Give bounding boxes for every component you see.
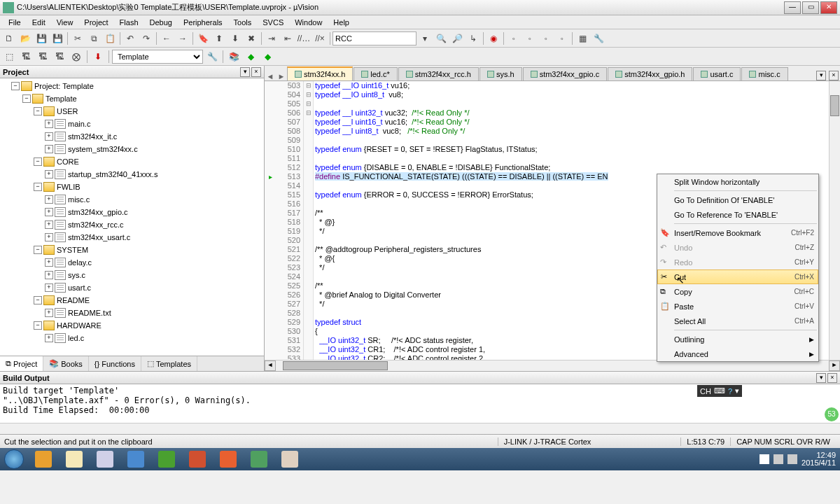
menu-peripherals[interactable]: Peripherals <box>178 17 228 28</box>
group-readme[interactable]: −README <box>0 294 264 307</box>
output-close-icon[interactable]: × <box>827 373 837 383</box>
incremental-find-icon[interactable]: ↳ <box>465 31 481 46</box>
copy-icon[interactable]: ⧉ <box>86 31 102 46</box>
taskbar-app-7[interactable] <box>214 449 243 469</box>
editor-tab[interactable]: misc.c <box>741 67 788 80</box>
config-icon[interactable]: 🔧 <box>591 31 606 46</box>
redo-icon[interactable]: ↷ <box>139 31 154 46</box>
tray-clock[interactable]: 12:49 2015/4/11 <box>802 451 836 467</box>
file-stm32f4xx_rcc-c[interactable]: +stm32f4xx_rcc.c <box>0 218 264 231</box>
editor-tab[interactable]: stm32f4xx_gpio.c <box>523 67 608 80</box>
taskbar-ie[interactable] <box>121 449 150 469</box>
breakpoint-icon[interactable]: ◦ <box>506 31 522 46</box>
panel-close-icon[interactable]: × <box>251 67 261 77</box>
manage-icon[interactable]: 📚 <box>226 49 241 64</box>
scroll-right-icon[interactable]: ► <box>829 360 840 371</box>
editor-tab[interactable]: led.c* <box>354 67 398 80</box>
ctx-split-window-horizontally[interactable]: Split Window horizontally <box>657 174 818 189</box>
group-core[interactable]: −CORE <box>0 155 264 168</box>
scroll-left-icon[interactable]: ◄ <box>265 360 276 371</box>
menu-file[interactable]: File <box>3 17 27 28</box>
panel-tab-templates[interactable]: ⬚Templates <box>141 356 197 371</box>
output-scrollbar[interactable] <box>0 423 840 434</box>
ctx-go-to-definition-of-enable-[interactable]: Go To Definition Of 'ENABLE' <box>657 192 818 207</box>
menu-project[interactable]: Project <box>78 17 113 28</box>
editor-tab[interactable]: sys.h <box>479 67 522 80</box>
window-icon[interactable]: ▦ <box>575 31 590 46</box>
next-bookmark-icon[interactable]: ⬇ <box>227 31 243 46</box>
bookmark-icon[interactable]: 🔖 <box>195 31 211 46</box>
ctx-advanced[interactable]: Advanced▶ <box>657 346 818 361</box>
uncomment-icon[interactable]: //× <box>312 31 328 46</box>
ctx-insert-remove-bookmark[interactable]: 🔖Insert/Remove BookmarkCtrl+F2 <box>657 225 818 240</box>
taskbar-explorer[interactable] <box>59 449 89 469</box>
batch-build-icon[interactable]: 🏗 <box>52 49 67 64</box>
target-options-icon[interactable]: 🔧 <box>204 49 220 64</box>
close-button[interactable]: ✕ <box>820 1 837 14</box>
panel-tab-books[interactable]: 📚Books <box>43 356 89 371</box>
editor-close-all-icon[interactable]: × <box>829 71 839 80</box>
ctx-cut[interactable]: ✂CutCtrl+X <box>657 270 818 284</box>
taskbar-app-5[interactable] <box>152 449 181 469</box>
menu-flash[interactable]: Flash <box>114 17 144 28</box>
ctx-select-all[interactable]: Select AllCtrl+A <box>657 314 818 328</box>
file-README-txt[interactable]: +README.txt <box>0 307 264 319</box>
ime-indicator[interactable]: CH ⌨ ? ▾ <box>697 385 742 397</box>
find-infiles-icon[interactable]: 🔎 <box>449 31 465 46</box>
save-icon[interactable]: 💾 <box>34 31 49 46</box>
maximize-button[interactable]: ▭ <box>802 1 819 14</box>
cut-icon[interactable]: ✂ <box>70 31 85 46</box>
system-tray[interactable]: 12:49 2015/4/11 <box>755 451 840 467</box>
disable-breakpoint-icon[interactable]: ◦ <box>554 31 570 46</box>
new-icon[interactable]: 🗋 <box>1 31 17 46</box>
rebuild-icon[interactable]: 🏗 <box>35 49 50 64</box>
manage-rte-icon[interactable]: ◆ <box>243 49 258 64</box>
taskbar-app-3[interactable] <box>90 449 120 469</box>
file-stm32f4xx_gpio-c[interactable]: +stm32f4xx_gpio.c <box>0 206 264 218</box>
menu-view[interactable]: View <box>51 17 79 28</box>
indent-icon[interactable]: ⇥ <box>264 31 279 46</box>
undo-icon[interactable]: ↶ <box>122 31 138 46</box>
build-icon[interactable]: 🏗 <box>18 49 34 64</box>
menu-tools[interactable]: Tools <box>228 17 258 28</box>
group-fwlib[interactable]: −FWLIB <box>0 181 264 193</box>
file-stm32f4xx_usart-c[interactable]: +stm32f4xx_usart.c <box>0 231 264 244</box>
project-target[interactable]: −Template <box>0 92 264 105</box>
stop-build-icon[interactable]: ⨂ <box>69 49 84 64</box>
menu-window[interactable]: Window <box>289 17 328 28</box>
find-next-icon[interactable]: 🔍 <box>433 31 449 46</box>
taskbar-uvision[interactable] <box>244 449 274 469</box>
file-usart-c[interactable]: +usart.c <box>0 281 264 294</box>
ctx-go-to-reference-to-enable-[interactable]: Go To Reference To 'ENABLE' <box>657 207 818 222</box>
project-root[interactable]: −Project: Template <box>0 80 264 92</box>
menu-debug[interactable]: Debug <box>144 17 178 28</box>
open-icon[interactable]: 📂 <box>18 31 33 46</box>
panel-tab-project[interactable]: ⧉Project <box>0 356 43 371</box>
editor-tab[interactable]: stm32f4xx_gpio.h <box>608 67 692 80</box>
editor-tab[interactable]: stm32f4xx_rcc.h <box>398 67 479 80</box>
clear-bookmark-icon[interactable]: ✖ <box>244 31 259 46</box>
file-main-c[interactable]: +main.c <box>0 118 264 130</box>
ctx-outlining[interactable]: Outlining▶ <box>657 332 818 346</box>
project-tree[interactable]: −Project: Template−Template−USER+main.c+… <box>0 78 264 356</box>
group-user[interactable]: −USER <box>0 105 264 118</box>
tab-nav-left-icon[interactable]: ◄ <box>265 72 276 80</box>
editor-close-icon[interactable]: ▾ <box>816 71 826 80</box>
outdent-icon[interactable]: ⇤ <box>280 31 295 46</box>
group-system[interactable]: −SYSTEM <box>0 244 264 256</box>
file-delay-c[interactable]: +delay.c <box>0 256 264 269</box>
taskbar-app-1[interactable] <box>29 449 58 469</box>
select-pack-icon[interactable]: ◆ <box>260 49 275 64</box>
notification-badge[interactable]: 53 <box>823 406 840 423</box>
start-button[interactable] <box>0 448 28 470</box>
file-misc-c[interactable]: +misc.c <box>0 193 264 206</box>
download-icon[interactable]: ⬇ <box>90 49 106 64</box>
vertical-scrollbar[interactable] <box>829 81 840 360</box>
ctx-copy[interactable]: ⧉CopyCtrl+C <box>657 284 818 299</box>
ctx-paste[interactable]: 📋PasteCtrl+V <box>657 299 818 314</box>
tray-network-icon[interactable] <box>788 454 797 464</box>
insert-breakpoint-icon[interactable]: ◦ <box>522 31 538 46</box>
menu-edit[interactable]: Edit <box>27 17 51 28</box>
translate-icon[interactable]: ⬚ <box>1 49 17 64</box>
file-stm32f4xx_it-c[interactable]: +stm32f4xx_it.c <box>0 130 264 143</box>
